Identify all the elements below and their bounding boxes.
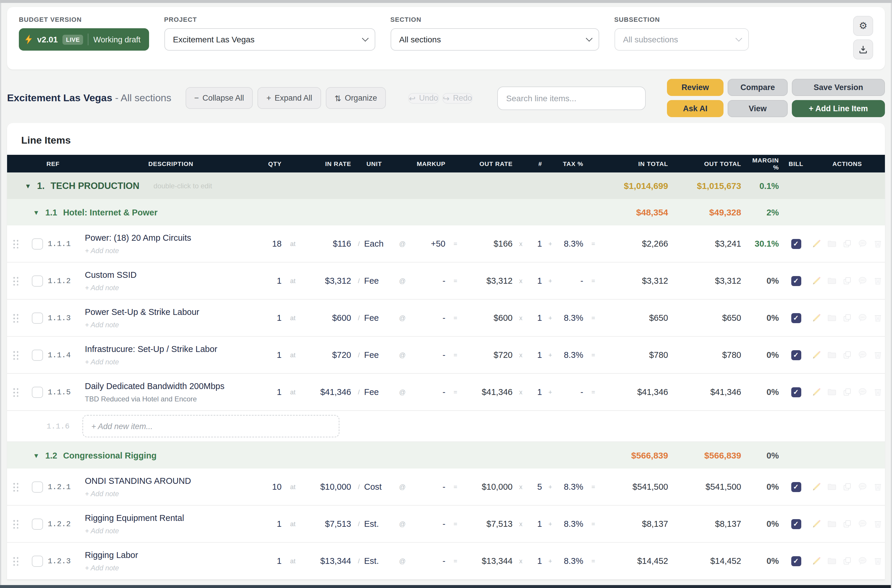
row-select-checkbox[interactable] <box>32 238 43 249</box>
in-rate-value[interactable]: $7,513 <box>301 519 355 528</box>
tax-value[interactable]: - <box>555 387 587 397</box>
count-value[interactable]: 1 <box>525 313 546 322</box>
collapse-caret-icon[interactable]: ▼ <box>7 452 39 459</box>
save-version-button[interactable]: Save Version <box>792 79 885 96</box>
count-value[interactable]: 1 <box>525 556 546 566</box>
pencil-edit-icon[interactable] <box>812 313 821 322</box>
bill-checkbox[interactable]: ✓ <box>791 313 801 323</box>
add-note-placeholder[interactable]: + Add note <box>85 284 257 292</box>
in-rate-value[interactable]: $116 <box>301 239 355 248</box>
bill-checkbox[interactable]: ✓ <box>791 556 801 566</box>
comment-icon[interactable] <box>858 387 867 397</box>
tax-value[interactable]: 8.3% <box>555 556 587 566</box>
row-select-checkbox[interactable] <box>32 312 43 323</box>
drag-handle-icon[interactable] <box>12 313 18 322</box>
redo-button[interactable]: ↪ Redo <box>442 93 472 103</box>
item-title[interactable]: Rigging Equipment Rental <box>85 513 257 524</box>
expand-all-button[interactable]: + Expand All <box>257 87 321 109</box>
bill-checkbox[interactable]: ✓ <box>791 350 801 360</box>
tax-value[interactable]: 8.3% <box>555 519 587 528</box>
add-note-placeholder[interactable]: + Add note <box>85 489 257 498</box>
count-value[interactable]: 1 <box>525 276 546 285</box>
out-rate-value[interactable]: $13,344 <box>462 556 516 566</box>
drag-handle-icon[interactable] <box>12 556 18 566</box>
add-new-item-button[interactable]: + Add new item... <box>83 415 339 437</box>
markup-value[interactable]: - <box>411 350 449 360</box>
download-button[interactable] <box>853 39 873 60</box>
qty-value[interactable]: 1 <box>259 519 285 528</box>
in-rate-value[interactable]: $600 <box>301 313 355 322</box>
qty-value[interactable]: 1 <box>259 276 285 285</box>
unit-value[interactable]: Est. <box>363 519 394 528</box>
drag-handle-icon[interactable] <box>12 239 18 248</box>
settings-button[interactable]: ⚙ <box>853 16 873 36</box>
section-select[interactable]: All sections <box>390 28 599 51</box>
out-rate-value[interactable]: $600 <box>462 313 516 322</box>
unit-value[interactable]: Est. <box>363 556 394 566</box>
duplicate-icon[interactable] <box>842 313 852 322</box>
markup-value[interactable]: - <box>411 387 449 397</box>
pencil-edit-icon[interactable] <box>812 350 821 360</box>
comment-icon[interactable] <box>858 239 867 248</box>
duplicate-icon[interactable] <box>842 276 852 285</box>
undo-button[interactable]: ↩ Undo <box>408 93 439 103</box>
tax-value[interactable]: - <box>555 276 587 285</box>
row-select-checkbox[interactable] <box>32 555 43 567</box>
qty-value[interactable]: 18 <box>259 239 285 248</box>
count-value[interactable]: 1 <box>525 387 546 397</box>
comment-icon[interactable] <box>858 519 867 528</box>
trash-icon[interactable] <box>873 556 883 566</box>
out-rate-value[interactable]: $41,346 <box>462 387 516 397</box>
count-value[interactable]: 1 <box>525 350 546 360</box>
comment-icon[interactable] <box>858 482 867 492</box>
item-title[interactable]: ONDI STANDING AROUND <box>85 476 257 486</box>
comment-icon[interactable] <box>858 556 867 566</box>
collapse-caret-icon[interactable]: ▼ <box>7 208 39 216</box>
drag-handle-icon[interactable] <box>12 350 18 360</box>
duplicate-icon[interactable] <box>842 482 852 492</box>
pencil-edit-icon[interactable] <box>812 387 821 397</box>
trash-icon[interactable] <box>873 239 883 248</box>
duplicate-icon[interactable] <box>842 519 852 528</box>
add-note-placeholder[interactable]: + Add note <box>85 526 257 535</box>
tax-value[interactable]: 8.3% <box>555 482 587 492</box>
markup-value[interactable]: - <box>411 519 449 528</box>
trash-icon[interactable] <box>873 313 883 322</box>
review-button[interactable]: Review <box>667 79 724 96</box>
qty-value[interactable]: 10 <box>259 482 285 492</box>
subsection-row[interactable]: ▼1.1Hotel: Internet & Power$48,354$49,32… <box>7 199 885 225</box>
add-note-placeholder[interactable]: + Add note <box>85 358 257 366</box>
duplicate-icon[interactable] <box>842 239 852 248</box>
drag-handle-icon[interactable] <box>12 519 18 528</box>
unit-value[interactable]: Fee <box>363 350 394 360</box>
item-title[interactable]: Infrastrucure: Set-Up / Strike Labor <box>85 344 257 355</box>
unit-value[interactable]: Each <box>363 239 394 248</box>
item-note[interactable]: TBD Reduced via Hotel and Encore <box>85 394 257 403</box>
add-note-placeholder[interactable]: + Add note <box>85 246 257 255</box>
organize-button[interactable]: ⇅ Organize <box>326 87 386 109</box>
subsection-row[interactable]: ▼1.2Congressional Rigging$566,839$566,83… <box>7 442 885 468</box>
unit-value[interactable]: Fee <box>363 313 394 322</box>
markup-value[interactable]: +50 <box>411 239 449 248</box>
markup-value[interactable]: - <box>411 313 449 322</box>
bill-checkbox[interactable]: ✓ <box>791 482 801 492</box>
duplicate-icon[interactable] <box>842 350 852 360</box>
bill-checkbox[interactable]: ✓ <box>791 238 801 249</box>
count-value[interactable]: 5 <box>525 482 546 492</box>
subsection-title[interactable]: Hotel: Internet & Power <box>63 207 158 217</box>
budget-version-badge[interactable]: v2.01 LIVE Working draft <box>19 28 149 51</box>
comment-icon[interactable] <box>858 350 867 360</box>
folder-icon[interactable] <box>827 313 836 322</box>
item-title[interactable]: Power Set-Up & Strike Labour <box>85 307 257 318</box>
duplicate-icon[interactable] <box>842 556 852 566</box>
row-select-checkbox[interactable] <box>32 481 43 492</box>
item-title[interactable]: Power: (18) 20 Amp Circuits <box>85 233 257 243</box>
bill-checkbox[interactable]: ✓ <box>791 276 801 286</box>
collapse-all-button[interactable]: − Collapse All <box>186 87 253 109</box>
comment-icon[interactable] <box>858 313 867 322</box>
trash-icon[interactable] <box>873 387 883 397</box>
markup-value[interactable]: - <box>411 482 449 492</box>
view-button[interactable]: View <box>728 100 788 117</box>
folder-icon[interactable] <box>827 350 836 360</box>
add-line-item-button[interactable]: + Add Line Item <box>792 100 885 117</box>
